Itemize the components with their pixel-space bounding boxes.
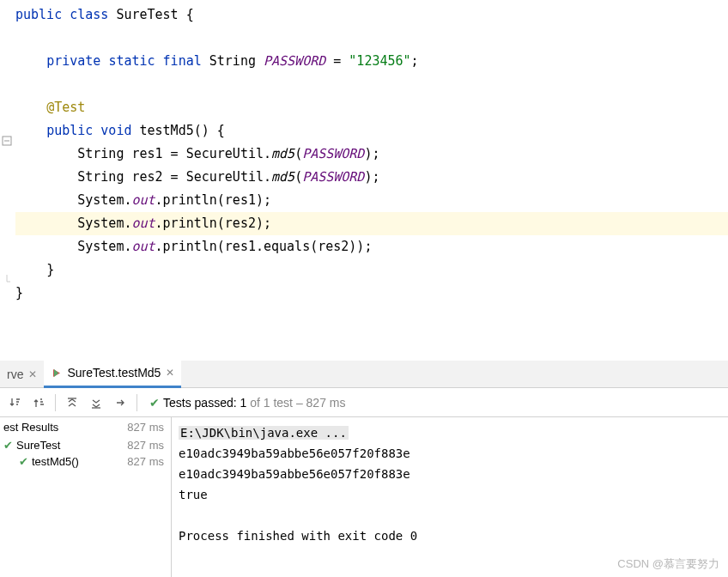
code-line[interactable]: private static final String PASSWORD = "… xyxy=(15,50,728,73)
tree-item[interactable]: ✔testMd5()827 ms xyxy=(0,453,171,470)
code-line[interactable]: } xyxy=(15,258,728,282)
console-line: e10adc3949ba59abbe56e057f20f883e xyxy=(179,443,721,464)
code-line[interactable]: public class SureTest { xyxy=(15,3,728,27)
tab-inactive[interactable]: rve ✕ xyxy=(0,361,44,388)
collapse-region-icon[interactable] xyxy=(2,136,12,146)
tree-item-label: testMd5() xyxy=(32,455,79,468)
code-line[interactable]: @Test xyxy=(15,96,728,119)
console-command: E:\JDK\bin\java.exe ... xyxy=(179,422,721,443)
tests-passed-label: Tests passed: 1 of 1 test – 827 ms xyxy=(163,396,345,410)
tree-item-ms: 827 ms xyxy=(127,455,164,468)
console-line: e10adc3949ba59abbe56e057f20f883e xyxy=(179,464,721,484)
console-exit-message: Process finished with exit code 0 xyxy=(179,525,721,546)
console-output[interactable]: E:\JDK\bin\java.exe ... e10adc3949ba59ab… xyxy=(172,417,728,577)
separator xyxy=(55,394,56,411)
tree-item-label: SureTest xyxy=(16,439,60,452)
code-line[interactable] xyxy=(15,73,728,96)
check-icon: ✔ xyxy=(3,439,13,452)
tree-item[interactable]: ✔SureTest827 ms xyxy=(0,437,171,453)
close-icon[interactable]: ✕ xyxy=(166,367,174,379)
sort-down-button[interactable] xyxy=(3,392,26,414)
code-line[interactable]: System.out.println(res1.equals(res2)); xyxy=(15,235,728,258)
tree-header-label: est Results xyxy=(3,421,58,434)
code-line[interactable]: String res1 = SecureUtil.md5(PASSWORD); xyxy=(15,143,728,166)
watermark: CSDN @慕言要努力 xyxy=(617,556,719,572)
tree-item-ms: 827 ms xyxy=(127,439,164,452)
sort-up-button[interactable] xyxy=(27,392,50,414)
separator xyxy=(136,394,137,411)
console-line: true xyxy=(179,484,721,505)
close-icon[interactable]: ✕ xyxy=(28,368,37,380)
tests-passed-status: ✔ Tests passed: 1 of 1 test – 827 ms xyxy=(149,396,345,410)
code-content[interactable]: public class SureTest { private static f… xyxy=(14,0,728,361)
run-toolbar: ✔ Tests passed: 1 of 1 test – 827 ms xyxy=(0,388,728,417)
code-editor[interactable]: public class SureTest { private static f… xyxy=(0,0,728,361)
forward-button[interactable] xyxy=(109,392,131,414)
code-line[interactable]: public void testMd5() { xyxy=(15,119,728,143)
editor-gutter xyxy=(0,0,14,361)
tab-active[interactable]: SureTest.testMd5 ✕ xyxy=(44,361,181,388)
run-panel-tabs: rve ✕ SureTest.testMd5 ✕ xyxy=(0,361,728,388)
expand-all-button[interactable] xyxy=(61,392,83,414)
code-line[interactable]: } xyxy=(15,282,728,305)
collapse-region-end-icon[interactable] xyxy=(2,275,12,285)
code-line[interactable]: System.out.println(res1); xyxy=(15,189,728,212)
results-area: est Results 827 ms ✔SureTest827 ms✔testM… xyxy=(0,417,728,577)
run-config-icon xyxy=(51,367,62,379)
code-line[interactable]: System.out.println(res2); xyxy=(15,212,728,235)
svg-marker-5 xyxy=(54,369,58,377)
code-line[interactable] xyxy=(15,27,728,50)
tab-label: rve xyxy=(7,367,23,381)
collapse-all-button[interactable] xyxy=(85,392,107,414)
tree-header-ms: 827 ms xyxy=(127,421,164,434)
check-icon: ✔ xyxy=(19,455,28,468)
tree-header[interactable]: est Results 827 ms xyxy=(0,419,171,437)
code-line[interactable]: String res2 = SecureUtil.md5(PASSWORD); xyxy=(15,166,728,189)
check-icon: ✔ xyxy=(149,396,160,410)
tab-label: SureTest.testMd5 xyxy=(67,366,161,380)
test-tree[interactable]: est Results 827 ms ✔SureTest827 ms✔testM… xyxy=(0,417,172,577)
